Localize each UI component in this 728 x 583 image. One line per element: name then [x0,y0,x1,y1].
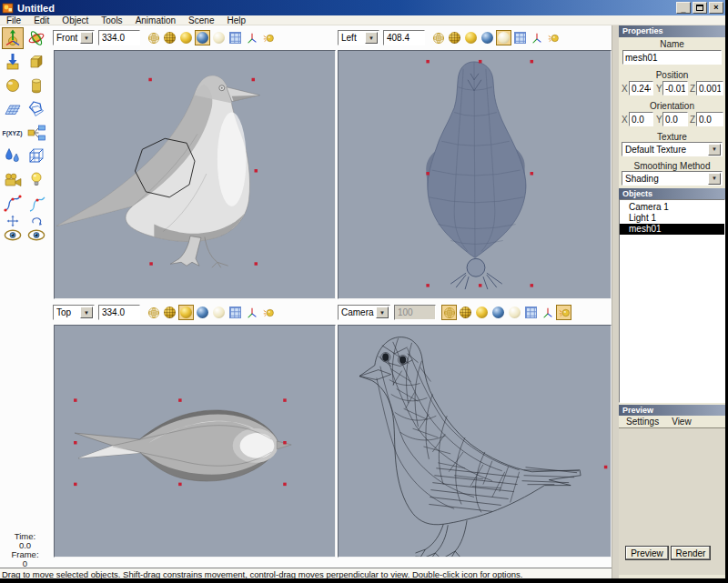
ambient-sphere-icon[interactable] [211,30,227,45]
object-item-light1[interactable]: Light 1 [620,213,724,224]
top-zoom-input[interactable] [98,305,140,320]
object-item-mesh01[interactable]: mesh01 [620,224,724,235]
title-bar[interactable]: Untitled _ × [0,0,725,15]
sphere-primitive-tool[interactable] [2,75,24,96]
name-input[interactable] [622,50,722,65]
menu-help[interactable]: Help [227,15,246,25]
position-y-input[interactable] [662,81,688,95]
ngon-tool[interactable] [25,98,47,120]
shaded-sphere-icon[interactable] [480,30,495,45]
axis-triad-icon[interactable] [244,30,259,45]
axis-triad-icon[interactable] [540,305,555,320]
preview-menu-settings[interactable]: Settings [626,417,659,427]
modifier-link-tool[interactable] [25,122,47,144]
smooth-spline-tool[interactable] [25,193,47,215]
dropdown-arrow-icon[interactable]: ▼ [708,144,721,156]
menu-animation[interactable]: Animation [136,15,176,25]
eye-pan-view-tool[interactable] [2,227,24,243]
eye-orbit-view-tool[interactable] [25,227,47,243]
maximize-button[interactable] [693,2,707,14]
dropdown-arrow-icon[interactable]: ▼ [80,32,93,44]
parametric-function-tool[interactable]: F(XYZ) [2,122,24,144]
top-viewport-canvas[interactable] [55,326,335,557]
camera-viewport-canvas[interactable] [339,326,611,557]
orientation-z-input[interactable] [696,112,723,126]
smooth-sphere-icon[interactable] [178,30,194,45]
wireframe-globe-icon[interactable] [430,30,446,45]
preview-menu-view[interactable]: View [672,417,692,427]
texture-select[interactable]: Default Texture ▼ [622,142,723,156]
orientation-y-input[interactable] [662,112,688,126]
lights-toggle-icon[interactable] [556,305,571,320]
cylinder-primitive-tool[interactable] [25,75,47,96]
orientation-x-input[interactable] [629,112,653,126]
camera-tool[interactable] [2,169,24,191]
smooth-sphere-icon[interactable] [178,305,194,320]
light-bulb-tool[interactable] [25,169,47,191]
lights-toggle-icon[interactable] [260,30,276,45]
axis-triad-icon[interactable] [529,30,544,45]
grid-toggle-icon[interactable] [523,305,539,320]
cube-primitive-tool[interactable] [25,51,47,73]
menu-scene[interactable]: Scene [188,15,214,25]
grid-toggle-icon[interactable] [228,305,243,320]
object-item-camera1[interactable]: Camera 1 [620,202,724,213]
front-zoom-input[interactable] [98,30,140,45]
plane-grid-tool[interactable] [2,98,24,120]
selection-handle[interactable] [604,466,607,468]
liquid-drop-tool[interactable] [2,146,24,167]
dropdown-arrow-icon[interactable]: ▼ [708,173,721,185]
lights-toggle-icon[interactable] [260,305,276,320]
dropdown-arrow-icon[interactable]: ▼ [376,307,389,318]
position-x-input[interactable] [629,81,653,95]
left-view-selector[interactable]: Left ▼ [338,30,379,45]
ambient-sphere-icon[interactable] [211,305,227,320]
render-button[interactable]: Render [671,546,711,560]
front-viewport[interactable] [54,50,336,299]
close-button[interactable]: × [709,2,723,14]
left-viewport[interactable] [338,50,612,299]
wireframe-globe-icon[interactable] [146,30,161,45]
shaded-sphere-icon[interactable] [195,305,210,320]
smooth-sphere-icon[interactable] [474,305,490,320]
ambient-sphere-icon[interactable] [496,30,511,45]
flat-sphere-icon[interactable] [162,30,177,45]
top-viewport[interactable] [54,325,336,558]
wireframe-globe-icon[interactable] [146,305,161,320]
top-view-selector[interactable]: Top ▼ [53,305,95,320]
front-view-selector[interactable]: Front ▼ [53,30,95,45]
flat-sphere-icon[interactable] [162,305,177,320]
shaded-sphere-icon[interactable] [490,305,506,320]
extrude-tool[interactable] [2,51,24,73]
lights-toggle-icon[interactable] [545,30,561,45]
camera-viewport[interactable] [338,325,612,558]
camera-view-selector[interactable]: Camera 1 ▼ [338,305,390,320]
grid-toggle-icon[interactable] [512,30,528,45]
position-z-input[interactable] [696,81,723,95]
smooth-sphere-icon[interactable] [463,30,479,45]
wireframe-globe-icon[interactable] [441,305,457,320]
grid-toggle-icon[interactable] [228,30,243,45]
rotate-object-tool[interactable] [25,27,47,49]
left-zoom-input[interactable] [383,30,425,45]
shaded-sphere-icon[interactable] [195,30,210,45]
spline-tool[interactable] [2,193,24,215]
flat-sphere-icon[interactable] [458,305,473,320]
ambient-sphere-icon[interactable] [507,305,522,320]
pan-view-tool[interactable] [2,215,24,227]
preview-button[interactable]: Preview [625,546,669,560]
flat-sphere-icon[interactable] [447,30,462,45]
panel-splitter[interactable] [612,25,619,578]
smoothing-method-select[interactable]: Shading ▼ [622,171,723,186]
orbit-view-tool[interactable] [25,215,47,227]
move-object-tool[interactable] [2,27,24,49]
subdivision-cube-tool[interactable] [25,146,47,167]
front-viewport-canvas[interactable] [55,51,335,298]
axis-triad-icon[interactable] [244,305,259,320]
menu-edit[interactable]: Edit [34,15,49,25]
menu-object[interactable]: Object [62,15,88,25]
dropdown-arrow-icon[interactable]: ▼ [365,32,378,44]
dropdown-arrow-icon[interactable]: ▼ [80,307,93,318]
left-viewport-canvas[interactable] [339,51,611,298]
menu-tools[interactable]: Tools [101,15,122,25]
